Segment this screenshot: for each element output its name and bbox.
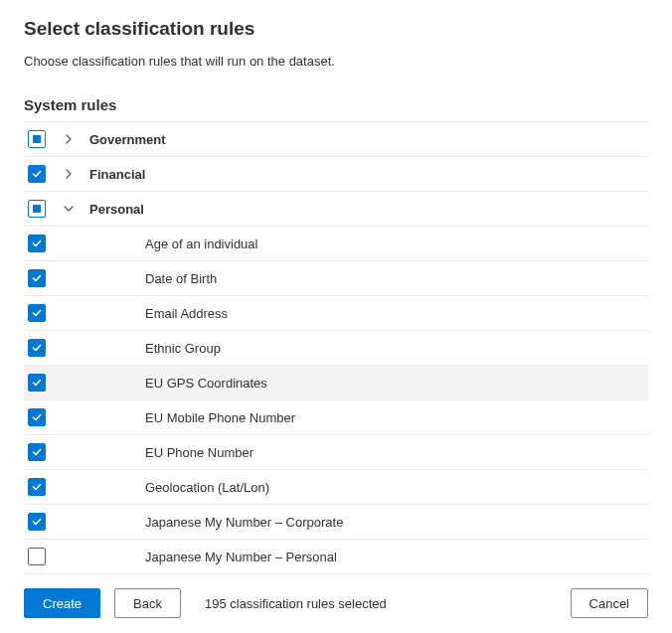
checkbox-unchecked[interactable] bbox=[28, 548, 46, 565]
child-label: Age of an individual bbox=[145, 237, 257, 251]
child-label: Japanese My Number – Corporate bbox=[145, 515, 343, 530]
child-row[interactable]: Age of an individual bbox=[24, 227, 648, 261]
child-row[interactable]: EU GPS Coordinates bbox=[24, 366, 648, 400]
chevron-down-icon[interactable] bbox=[62, 204, 76, 214]
child-row[interactable]: Ethnic Group bbox=[24, 331, 648, 366]
child-label: EU GPS Coordinates bbox=[145, 376, 267, 391]
child-row[interactable]: Email Address bbox=[24, 296, 648, 331]
child-row[interactable]: Date of Birth bbox=[24, 261, 648, 296]
checkbox-checked[interactable] bbox=[28, 269, 46, 287]
personal-children: Age of an individualDate of BirthEmail A… bbox=[24, 227, 648, 574]
child-row[interactable]: Japanese My Number – Personal bbox=[24, 540, 648, 574]
category-label: Personal bbox=[89, 202, 144, 217]
cancel-button[interactable]: Cancel bbox=[571, 588, 648, 618]
category-row-financial[interactable]: Financial bbox=[24, 157, 648, 192]
back-button[interactable]: Back bbox=[114, 588, 181, 618]
checkbox-partial[interactable] bbox=[28, 200, 46, 218]
child-label: EU Mobile Phone Number bbox=[145, 410, 295, 425]
child-label: Date of Birth bbox=[145, 271, 217, 286]
child-label: EU Phone Number bbox=[145, 445, 253, 460]
category-row-personal[interactable]: Personal bbox=[24, 192, 648, 227]
checkbox-checked[interactable] bbox=[28, 339, 46, 357]
checkbox-checked[interactable] bbox=[28, 235, 46, 252]
checkbox-checked[interactable] bbox=[28, 374, 46, 392]
rule-list: Government Financial Personal Age of an … bbox=[24, 121, 648, 574]
checkbox-checked[interactable] bbox=[28, 165, 46, 183]
child-label: Geolocation (Lat/Lon) bbox=[145, 480, 269, 495]
section-heading: System rules bbox=[24, 96, 648, 113]
category-row-government[interactable]: Government bbox=[24, 122, 648, 157]
child-row[interactable]: Japanese My Number – Corporate bbox=[24, 505, 648, 540]
checkbox-partial[interactable] bbox=[28, 130, 46, 148]
chevron-right-icon[interactable] bbox=[62, 134, 76, 144]
child-label: Email Address bbox=[145, 306, 228, 321]
checkbox-checked[interactable] bbox=[28, 408, 46, 426]
child-row[interactable]: EU Phone Number bbox=[24, 435, 648, 470]
checkbox-checked[interactable] bbox=[28, 513, 46, 531]
child-label: Japanese My Number – Personal bbox=[145, 550, 337, 564]
category-label: Government bbox=[89, 132, 166, 147]
selection-status: 195 classification rules selected bbox=[205, 596, 387, 611]
checkbox-checked[interactable] bbox=[28, 304, 46, 322]
page-title: Select classification rules bbox=[24, 18, 648, 40]
checkbox-checked[interactable] bbox=[28, 478, 46, 496]
page-subtitle: Choose classification rules that will ru… bbox=[24, 54, 648, 69]
child-row[interactable]: Geolocation (Lat/Lon) bbox=[24, 470, 648, 505]
checkbox-checked[interactable] bbox=[28, 443, 46, 461]
child-row[interactable]: EU Mobile Phone Number bbox=[24, 400, 648, 435]
category-label: Financial bbox=[89, 167, 145, 182]
child-label: Ethnic Group bbox=[145, 341, 221, 356]
create-button[interactable]: Create bbox=[24, 588, 100, 618]
chevron-right-icon[interactable] bbox=[62, 169, 76, 179]
footer-bar: Create Back 195 classification rules sel… bbox=[24, 574, 648, 632]
